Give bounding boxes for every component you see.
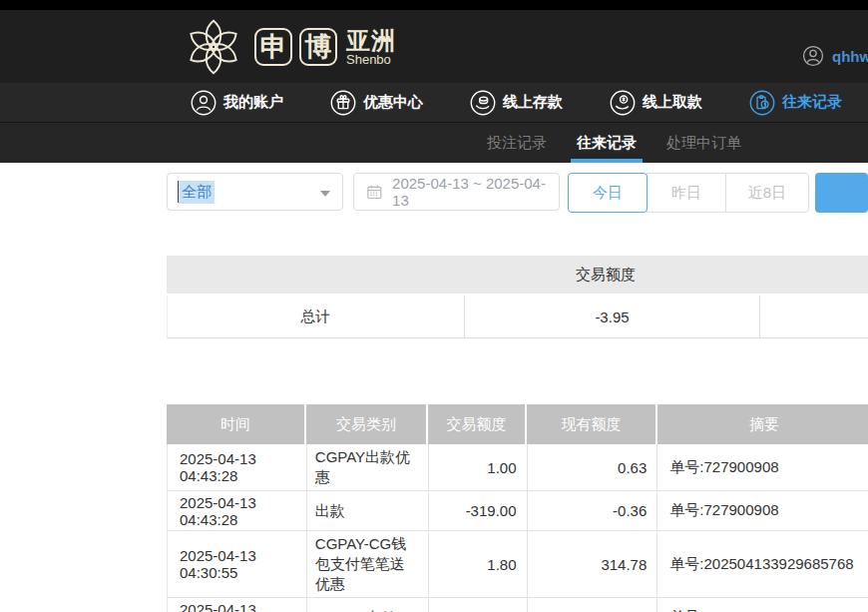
records-clock-icon <box>749 90 775 116</box>
cell-type: CGPAY-CG钱包支付笔笔送优惠 <box>307 531 429 597</box>
username[interactable]: qhhw <box>832 48 868 65</box>
chevron-down-icon <box>320 191 330 197</box>
table-row: 2025-04-13 04:43:28 出款 -319.00 -0.36 单号:… <box>167 491 868 531</box>
col-header-time: 时间 <box>167 404 306 444</box>
cell-amount: 300.00 <box>429 598 528 612</box>
nav-item-transaction-records[interactable]: 往来记录 <box>749 90 842 116</box>
records-table: 时间 交易类别 交易额度 现有额度 摘要 2025-04-13 04:43:28… <box>167 404 868 612</box>
col-header-summary: 摘要 <box>657 404 868 444</box>
summary-total-label: 总计 <box>168 296 465 337</box>
filter-row: 全部 2025-04-13 ~ 2025-04-13 今日 昨日 近8日 <box>167 173 868 213</box>
col-header-type: 交易类别 <box>306 404 428 444</box>
cell-amount: 1.80 <box>429 531 528 597</box>
flower-logo-icon <box>183 16 244 78</box>
cell-summary: 单号:727900908 <box>657 444 868 490</box>
today-button[interactable]: 今日 <box>568 173 648 213</box>
summary-header: 交易额度 <box>167 256 868 296</box>
nav-label: 我的账户 <box>223 93 283 112</box>
cell-time: 2025-04-13 04:43:28 <box>168 444 307 490</box>
nav-label: 线上存款 <box>503 93 563 112</box>
user-avatar-icon <box>802 45 824 67</box>
main-nav: 我的账户 优惠中心 线上存款 线上取款 <box>0 83 868 122</box>
type-select[interactable]: 全部 <box>167 173 343 211</box>
logo-bar: 申 博 亚洲 Shenbo qhhw <box>0 10 868 83</box>
cell-summary: 单号:202504133929685768 <box>657 531 868 597</box>
nav-item-my-account[interactable]: 我的账户 <box>191 90 283 116</box>
cell-amount: 1.00 <box>429 444 528 490</box>
search-button[interactable] <box>815 173 868 213</box>
nav-label: 往来记录 <box>782 93 842 112</box>
yesterday-button[interactable]: 昨日 <box>647 173 726 213</box>
summary-table: 交易额度 总计 -3.95 <box>167 256 868 338</box>
quick-date-buttons: 今日 昨日 近8日 <box>568 173 809 213</box>
cell-summary: 单号:727900908 <box>657 491 868 530</box>
summary-total-row: 总计 -3.95 <box>167 296 868 338</box>
deposit-hand-icon <box>470 90 496 116</box>
table-row: 2025-04-13 04:43:28 CGPAY出款优惠 1.00 0.63 … <box>167 444 868 491</box>
cell-time: 2025-04-13 04:30:55 <box>168 531 307 597</box>
col-header-amount: 交易额度 <box>428 404 527 444</box>
table-row: 2025-04-13 04:30:55 CGPAY支付 300.00 312.9… <box>167 598 868 612</box>
date-range-input[interactable]: 2025-04-13 ~ 2025-04-13 <box>353 173 560 211</box>
cell-balance: 314.78 <box>528 531 658 597</box>
cell-type: 出款 <box>307 491 429 530</box>
nav-item-deposit[interactable]: 线上存款 <box>470 90 563 116</box>
sub-tab-bar: 投注记录 往来记录 处理中订单 <box>0 122 868 163</box>
summary-empty-cell <box>760 296 868 337</box>
gift-icon <box>330 90 356 116</box>
brand-char-box: 申 <box>254 28 292 66</box>
calendar-icon <box>366 184 383 201</box>
brand-char-box: 博 <box>299 28 337 66</box>
top-strip <box>0 0 868 10</box>
nav-label: 线上取款 <box>643 93 702 112</box>
cell-balance: 312.98 <box>528 598 658 612</box>
type-select-value: 全部 <box>179 181 215 204</box>
cell-balance: 0.63 <box>528 444 658 490</box>
page-content: 全部 2025-04-13 ~ 2025-04-13 今日 昨日 近8日 交易额… <box>0 173 868 612</box>
cell-time: 2025-04-13 04:43:28 <box>168 491 307 530</box>
user-area[interactable]: qhhw <box>802 45 868 67</box>
brand-region: 亚洲 <box>346 28 396 53</box>
cell-type: CGPAY支付 <box>307 598 429 612</box>
nav-item-withdraw[interactable]: 线上取款 <box>610 90 702 116</box>
tab-pending-orders[interactable]: 处理中订单 <box>660 123 747 163</box>
cell-amount: -319.00 <box>429 491 528 530</box>
nav-label: 优惠中心 <box>363 93 423 112</box>
date-range-value: 2025-04-13 ~ 2025-04-13 <box>392 175 559 209</box>
withdraw-hand-icon <box>610 90 636 116</box>
records-table-header: 时间 交易类别 交易额度 现有额度 摘要 <box>167 404 868 444</box>
brand-subtitle: Shenbo <box>346 53 396 67</box>
brand-logo[interactable]: 申 博 亚洲 Shenbo <box>183 16 396 78</box>
last-8-days-button[interactable]: 近8日 <box>725 173 809 213</box>
cell-time: 2025-04-13 04:30:55 <box>168 598 307 612</box>
cell-balance: -0.36 <box>528 491 658 530</box>
cell-type: CGPAY出款优惠 <box>307 444 429 490</box>
nav-item-promotions[interactable]: 优惠中心 <box>330 90 423 116</box>
cell-summary: 单号:202504133929685768 <box>657 598 868 612</box>
table-row: 2025-04-13 04:30:55 CGPAY-CG钱包支付笔笔送优惠 1.… <box>167 531 868 598</box>
tab-bet-records[interactable]: 投注记录 <box>481 123 553 163</box>
tab-transaction-records[interactable]: 往来记录 <box>571 123 643 163</box>
col-header-balance: 现有额度 <box>527 404 657 444</box>
summary-total-value: -3.95 <box>465 296 761 337</box>
user-circle-icon <box>191 90 217 116</box>
